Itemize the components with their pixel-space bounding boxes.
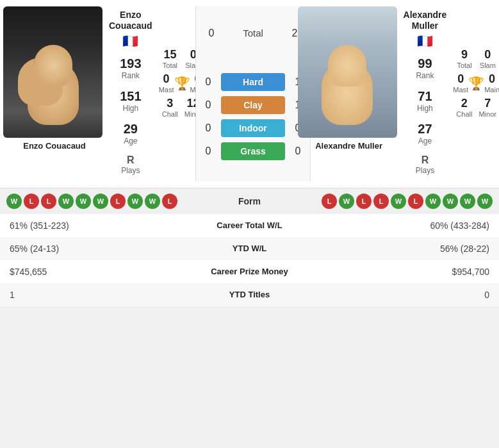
form-badge: W — [460, 194, 475, 209]
surface-btn-clay: Clay — [221, 96, 285, 114]
right-slam: 0 Slam — [480, 48, 496, 69]
right-chall-minor: 2 Chall 7 Minor — [453, 97, 499, 118]
left-plays: R Plays — [121, 151, 140, 178]
surface-score-left-hard: 0 — [200, 76, 216, 88]
right-mast: 0 Mast — [453, 72, 468, 94]
right-player-name-below: Alexandre Muller — [298, 138, 400, 152]
form-badge: W — [127, 194, 143, 209]
left-high: 151 High — [120, 86, 141, 116]
right-total-slam: 9 Total 0 Slam — [453, 48, 499, 69]
right-mast-main: 0 Mast 🏆 0 Main — [453, 72, 499, 94]
stat-left-val: 65% (24-13) — [0, 237, 154, 260]
left-player-photo: Enzo Couacaud — [3, 6, 106, 152]
surface-row-hard: 0Hard1 — [200, 73, 306, 91]
stats-row: 61% (351-223)Career Total W/L60% (433-28… — [0, 214, 499, 237]
form-badge: L — [373, 194, 389, 209]
form-badge: W — [443, 194, 458, 209]
left-player-block: Enzo Couacaud Enzo Couacaud 🇫🇷 193 Rank … — [3, 6, 195, 181]
stats-row: 1YTD Titles0 — [0, 283, 499, 306]
left-name-block: Enzo Couacaud 🇫🇷 — [109, 10, 152, 51]
h2h-center: 0 Total 2 0Hard10Clay10Indoor00Grass0 — [195, 6, 311, 181]
right-player-photo: Alexandre Muller — [298, 6, 400, 152]
stat-label: YTD Titles — [154, 283, 344, 306]
h2h-total-label: Total — [224, 28, 282, 38]
right-age: 27 Age — [418, 119, 432, 149]
right-rank: 99 Rank — [416, 53, 434, 83]
form-badge: W — [425, 194, 441, 209]
stat-label: Career Total W/L — [154, 214, 344, 237]
surface-score-left-grass: 0 — [200, 145, 216, 157]
form-badge: W — [391, 194, 406, 209]
form-badge: L — [162, 194, 177, 209]
left-total: 15 Total — [163, 48, 177, 69]
left-flag: 🇫🇷 — [109, 33, 152, 49]
form-badge: W — [339, 194, 354, 209]
surface-btn-hard: Hard — [221, 73, 285, 91]
right-total: 9 Total — [457, 48, 471, 69]
stat-right-val: 0 — [345, 283, 499, 306]
left-mast: 0 Mast — [159, 72, 174, 94]
left-player-name-header: Enzo Couacaud — [109, 10, 152, 31]
right-name-block: Alexandre Muller 🇫🇷 — [404, 10, 447, 51]
form-section: WLLWWWLWWL Form LWLLWLWWWW — [0, 188, 499, 214]
stat-label: YTD W/L — [154, 237, 344, 260]
right-detail-stats: 9 Total 0 Slam 0 Mast 🏆 — [450, 6, 499, 121]
left-rank: 193 Rank — [120, 53, 141, 83]
right-chall: 2 Chall — [456, 97, 472, 118]
stat-right-val: 56% (28-22) — [345, 237, 499, 260]
form-badge: L — [356, 194, 372, 209]
form-badge: W — [477, 194, 493, 209]
right-plays: R Plays — [416, 151, 434, 178]
stat-left-val: 1 — [0, 283, 154, 306]
stat-left-val: $745,655 — [0, 260, 154, 283]
surface-row-indoor: 0Indoor0 — [200, 119, 306, 137]
right-main: 0 Main — [484, 72, 499, 94]
stat-right-val: $954,700 — [345, 260, 499, 283]
surface-btn-grass: Grass — [221, 142, 285, 160]
stat-left-val: 61% (351-223) — [0, 214, 154, 237]
stats-tbody: 61% (351-223)Career Total W/L60% (433-28… — [0, 214, 499, 306]
stat-label: Career Prize Money — [154, 260, 344, 283]
right-trophy-icon: 🏆 — [468, 76, 484, 91]
stats-row: 65% (24-13)YTD W/L56% (28-22) — [0, 237, 499, 260]
right-player-block: 9 Total 0 Slam 0 Mast 🏆 — [311, 6, 499, 181]
surface-score-left-indoor: 0 — [200, 122, 216, 134]
form-label: Form — [231, 196, 269, 206]
left-form-badges: WLLWWWLWWL — [6, 194, 177, 209]
form-badge: W — [145, 194, 160, 209]
right-high: 71 High — [417, 86, 433, 116]
stats-table: 61% (351-223)Career Total W/L60% (433-28… — [0, 214, 499, 306]
left-player-name: Enzo Couacaud — [3, 138, 106, 152]
right-player-name-header: Alexandre Muller — [404, 10, 447, 31]
right-player-avatar — [298, 6, 397, 138]
stats-row: $745,655Career Prize Money$954,700 — [0, 260, 499, 283]
form-badge: L — [110, 194, 126, 209]
right-minor: 7 Minor — [479, 97, 496, 118]
form-badge: W — [76, 194, 91, 209]
form-badge: L — [408, 194, 423, 209]
surface-score-left-clay: 0 — [200, 99, 216, 111]
main-container: Enzo Couacaud Enzo Couacaud 🇫🇷 193 Rank … — [0, 0, 499, 306]
h2h-total-left: 0 — [204, 28, 219, 39]
right-form-badges: LWLLWLWWWW — [322, 194, 493, 209]
surface-rows: 0Hard10Clay10Indoor00Grass0 — [200, 68, 306, 160]
form-badge: L — [41, 194, 56, 209]
form-badge: W — [93, 194, 108, 209]
right-player-stats: Alexandre Muller 🇫🇷 99 Rank 71 High 27 A… — [400, 6, 450, 181]
right-flag: 🇫🇷 — [404, 33, 447, 49]
form-badge: L — [322, 194, 337, 209]
surface-row-grass: 0Grass0 — [200, 142, 306, 160]
left-trophy-icon: 🏆 — [174, 76, 190, 91]
surface-btn-indoor: Indoor — [221, 119, 285, 137]
form-badge: W — [6, 194, 22, 209]
left-player-avatar — [3, 6, 102, 138]
left-player-stats: Enzo Couacaud 🇫🇷 193 Rank 151 High 29 Ag… — [106, 6, 156, 181]
form-badge: L — [24, 194, 39, 209]
comparison-wrapper: Enzo Couacaud Enzo Couacaud 🇫🇷 193 Rank … — [0, 0, 499, 188]
surface-row-clay: 0Clay1 — [200, 96, 306, 114]
h2h-total: 0 Total 2 — [199, 28, 307, 39]
left-chall: 3 Chall — [162, 97, 178, 118]
left-age: 29 Age — [124, 119, 138, 149]
form-badge: W — [58, 194, 74, 209]
stat-right-val: 60% (433-284) — [345, 214, 499, 237]
